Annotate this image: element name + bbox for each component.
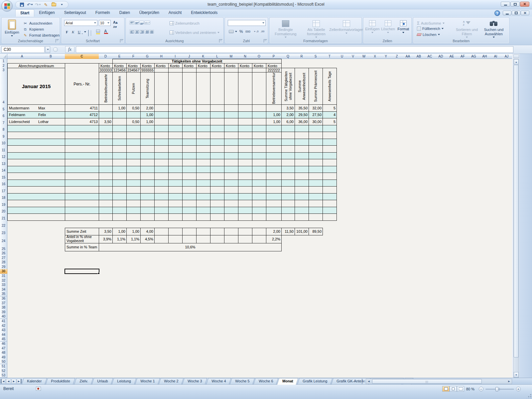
row-header-8[interactable]: 8 [0, 125, 7, 132]
cell-R15[interactable] [295, 173, 309, 180]
cell-T7[interactable]: 5 [323, 118, 337, 125]
fill-button[interactable]: ↓ Füllbereich [416, 26, 445, 31]
cell-T9[interactable] [323, 132, 337, 139]
row-header-28[interactable]: 28 [0, 260, 7, 265]
column-header-Q[interactable]: Q [281, 54, 295, 59]
cell-I19[interactable] [168, 200, 183, 207]
align-bottom-icon[interactable] [139, 21, 144, 25]
cell-C6[interactable]: 4712 [65, 111, 99, 119]
workbook-restore-button[interactable] [512, 11, 520, 15]
cell-F18[interactable] [126, 193, 141, 200]
cell-Q14[interactable] [281, 166, 295, 173]
cut-button[interactable]: ✂ Ausschneiden [22, 20, 53, 26]
cell-C23[interactable]: Summe Zeit [65, 228, 99, 235]
workbook-close-button[interactable]: ✕ [521, 11, 529, 15]
cell-O8[interactable] [252, 125, 266, 132]
column-header-E[interactable]: E [112, 54, 127, 59]
cell-S11[interactable] [309, 145, 323, 153]
row-header-19[interactable]: 19 [0, 200, 7, 207]
cell-H24[interactable] [154, 235, 169, 243]
cell-P5[interactable] [266, 104, 282, 112]
cell-O14[interactable] [252, 166, 266, 173]
cell-F3[interactable]: 234567 [126, 68, 141, 72]
cell-F20[interactable] [126, 207, 141, 214]
cell-M12[interactable] [224, 152, 238, 160]
italic-button[interactable]: K [71, 30, 75, 34]
cell-F4[interactable]: Putzen [126, 72, 141, 105]
cell-Q13[interactable] [281, 159, 295, 166]
cell-I2[interactable]: Konto [168, 63, 183, 68]
cell-L9[interactable] [210, 132, 224, 139]
cell-M3[interactable] [224, 68, 238, 72]
cell-D21[interactable] [99, 213, 113, 221]
column-header-AB[interactable]: AB [413, 54, 425, 59]
cell-O18[interactable] [252, 193, 266, 200]
cell-D11[interactable] [99, 145, 113, 153]
cell-P14[interactable] [266, 166, 282, 173]
cell-N12[interactable] [238, 152, 252, 160]
cell-O17[interactable] [252, 186, 266, 194]
cell-K5[interactable] [196, 104, 210, 112]
row-header-17[interactable]: 17 [0, 186, 7, 194]
percent-style-button[interactable]: % [238, 29, 244, 34]
cell-H23[interactable] [154, 228, 169, 235]
cell-H12[interactable] [154, 152, 169, 160]
bold-button[interactable]: F [65, 30, 69, 34]
cell-N21[interactable] [238, 213, 252, 221]
cell-K2[interactable]: Konto [196, 63, 210, 68]
cell-G12[interactable] [140, 152, 155, 160]
cell-L23[interactable] [210, 228, 224, 235]
cell-Q17[interactable] [281, 186, 295, 194]
row-header-12[interactable]: 12 [0, 152, 7, 160]
row-header-14[interactable]: 14 [0, 166, 7, 173]
row-header-34[interactable]: 34 [0, 287, 7, 292]
cell-F8[interactable] [126, 125, 141, 132]
cell-T15[interactable] [323, 173, 337, 180]
cell-K3[interactable] [196, 68, 210, 72]
scroll-up-icon[interactable]: ▲ [514, 59, 519, 65]
cell-E1-P1[interactable]: Tätigkeiten ohne Vorgabezeit [112, 59, 282, 64]
cell-F2[interactable]: Konto [126, 63, 141, 68]
cell-Q7[interactable]: 6,00 [281, 118, 295, 125]
cell-R21[interactable] [295, 213, 309, 221]
row-header-31[interactable]: 31 [0, 274, 7, 279]
column-header-AG[interactable]: AG [468, 54, 479, 59]
cell-N6[interactable] [238, 111, 252, 119]
cell-L4[interactable] [210, 72, 224, 105]
cell-C16[interactable] [65, 180, 99, 187]
cell-C8[interactable] [65, 125, 99, 132]
format-painter-button[interactable]: ✎ Format übertragen [22, 32, 61, 38]
format-cells-button[interactable]: Format [396, 20, 411, 33]
cell-J6[interactable] [182, 111, 197, 119]
cell-K21[interactable] [196, 213, 210, 221]
cell-T3-T4[interactable]: Anwesenheits Tage [323, 68, 337, 105]
ribbon-tab-überprüfen[interactable]: Überprüfen [135, 9, 164, 17]
cell-N10[interactable] [238, 139, 252, 146]
cell-D10[interactable] [99, 139, 113, 146]
cell-C7[interactable]: 4713 [65, 118, 99, 125]
comma-style-button[interactable]: 000 [244, 30, 251, 34]
cell-Q8[interactable] [281, 125, 295, 132]
cell-D7[interactable]: 3,50 [99, 118, 113, 125]
cell-K9[interactable] [196, 132, 210, 139]
cell-L5[interactable] [210, 104, 224, 112]
cell-C24[interactable]: Anteil in % ohne Vogabezeit [65, 235, 99, 243]
cell-L15[interactable] [210, 173, 224, 180]
workbook-minimize-button[interactable] [503, 11, 511, 15]
cell-R17[interactable] [295, 186, 309, 194]
cell-N18[interactable] [238, 193, 252, 200]
cell-F15[interactable] [126, 173, 141, 180]
cell-I24[interactable] [168, 235, 183, 243]
cell-G16[interactable] [140, 180, 155, 187]
decrease-indent-icon[interactable] [144, 30, 149, 34]
cell-R8[interactable] [295, 125, 309, 132]
delete-cells-button[interactable]: Löschen [381, 20, 395, 33]
underline-button[interactable]: U [77, 30, 87, 34]
sheet-tab-urlaub[interactable]: Urlaub [92, 378, 113, 385]
ribbon-tab-formeln[interactable]: Formeln [91, 9, 115, 17]
cell-I17[interactable] [168, 186, 183, 194]
cell-A8-B8[interactable] [7, 125, 65, 132]
cell-T20[interactable] [323, 207, 337, 214]
cell-A13-B13[interactable] [7, 159, 65, 166]
row-header-42[interactable]: 42 [0, 323, 7, 328]
